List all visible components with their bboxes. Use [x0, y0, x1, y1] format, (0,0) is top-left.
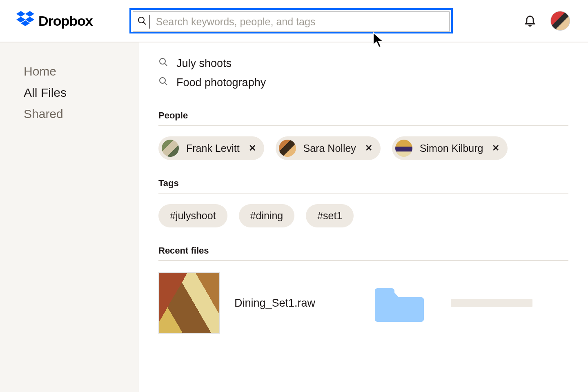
user-avatar[interactable] — [550, 11, 570, 31]
remove-chip-icon[interactable]: ✕ — [492, 143, 499, 154]
section-heading: People — [158, 110, 568, 126]
sidebar-item-label: Shared — [24, 107, 63, 120]
suggestion-text: Food photography — [176, 76, 266, 89]
person-name: Frank Levitt — [186, 143, 240, 154]
dropbox-icon — [16, 11, 34, 31]
svg-point-2 — [160, 58, 165, 64]
notifications-icon[interactable] — [523, 13, 537, 28]
person-name: Sara Nolley — [303, 143, 356, 154]
tags-section: Tags #julyshoot #dining #set1 — [158, 178, 568, 227]
sidebar-item-label: All Files — [24, 86, 67, 99]
remove-chip-icon[interactable]: ✕ — [365, 143, 372, 154]
search-icon — [137, 16, 147, 27]
tag-chip[interactable]: #set1 — [306, 204, 354, 227]
search-icon — [158, 76, 168, 89]
svg-point-4 — [160, 78, 165, 83]
person-avatar — [395, 140, 412, 157]
search-input[interactable] — [156, 16, 445, 28]
search-suggestion[interactable]: Food photography — [158, 73, 568, 92]
app-header: Dropbox — [0, 0, 588, 42]
section-heading: Recent files — [158, 245, 568, 261]
person-avatar — [279, 140, 296, 157]
tag-chip[interactable]: #julyshoot — [158, 204, 227, 227]
svg-point-0 — [138, 17, 144, 23]
person-chip[interactable]: Simon Kilburg ✕ — [392, 136, 508, 160]
svg-line-3 — [165, 63, 167, 66]
svg-line-1 — [143, 22, 146, 24]
sidebar-item-all-files[interactable]: All Files — [24, 86, 139, 100]
search-dropdown-panel: July shoots Food photography People Fran… — [139, 42, 588, 392]
sidebar-item-shared[interactable]: Shared — [24, 107, 139, 121]
suggestion-text: July shoots — [176, 57, 232, 70]
text-caret — [149, 15, 150, 29]
tag-text: #dining — [250, 210, 283, 221]
brand-logo[interactable]: Dropbox — [16, 11, 93, 31]
file-name[interactable]: Dining_Set1.raw — [234, 297, 315, 310]
people-section: People Frank Levitt ✕ Sara Nolley ✕ Simo… — [158, 110, 568, 160]
remove-chip-icon[interactable]: ✕ — [249, 143, 256, 154]
recent-files-section: Recent files Dining_Set1.raw — [158, 245, 568, 334]
sidebar-item-label: Home — [24, 65, 56, 78]
sidebar-item-home[interactable]: Home — [24, 65, 139, 78]
tag-text: #set1 — [317, 210, 342, 221]
file-thumbnail[interactable] — [158, 272, 220, 334]
file-name-placeholder — [451, 299, 532, 307]
tag-text: #julyshoot — [170, 210, 216, 221]
section-heading: Tags — [158, 178, 568, 194]
person-chip[interactable]: Frank Levitt ✕ — [158, 136, 264, 160]
folder-icon[interactable] — [375, 283, 424, 323]
person-avatar — [162, 140, 179, 157]
svg-line-5 — [165, 82, 167, 85]
brand-name: Dropbox — [38, 13, 93, 29]
sidebar: Home All Files Shared — [0, 42, 139, 392]
person-chip[interactable]: Sara Nolley ✕ — [276, 136, 381, 160]
search-field-container[interactable] — [129, 8, 453, 33]
search-suggestion[interactable]: July shoots — [158, 54, 568, 73]
search-icon — [158, 57, 168, 70]
tag-chip[interactable]: #dining — [239, 204, 295, 227]
person-name: Simon Kilburg — [420, 143, 483, 154]
